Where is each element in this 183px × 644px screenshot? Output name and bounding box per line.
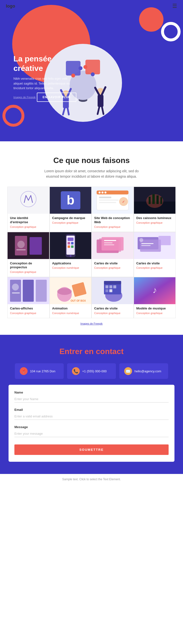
hamburger-icon[interactable]: ☰ [172,3,177,9]
contact-title: Entrer en contact [7,347,176,356]
name-input[interactable] [15,396,168,402]
hero-description: Nibh venenatis cras sed felis eget velit… [14,76,77,91]
contact-phone-card: 📞 +1 (555) 000-000 [67,363,116,379]
svg-rect-71 [141,245,150,246]
grid-item-image [134,187,176,214]
email-icon: ✉️ [124,367,132,375]
grid-item-info: Animation Conception numérique [50,304,92,318]
grid-item-category: Conception numérique [52,266,89,269]
svg-rect-48 [16,249,26,250]
grid-item-info: Applications Conception numérique [50,259,92,273]
svg-point-76 [12,284,19,290]
svg-rect-53 [68,238,73,241]
svg-rect-90 [105,289,108,292]
contact-address: 104 rue 2765 Don [30,370,55,373]
hero-image-credit: Images de Freepik [14,96,36,99]
svg-rect-62 [104,240,116,241]
grid-item-image: OUT OF BOX [50,277,92,304]
svg-point-7 [83,65,87,69]
navbar: logo ☰ [0,0,183,12]
grid-item-name: Modèle de musique [136,306,173,311]
grid-item[interactable]: Conception de prospectus Conception grap… [7,232,50,277]
grid-item-image [134,232,176,259]
grid-item-name: Cartes-affiches [10,306,47,311]
email-label: Email [15,408,168,412]
contact-cards: 📍 104 rue 2765 Don 📞 +1 (555) 000-000 ✉️… [7,363,176,379]
footer: Sample text. Click to select the Text El… [0,474,183,484]
hero-content: La pensée créative Nibh venenatis cras s… [14,54,77,102]
hero-section: La pensée créative Nibh venenatis cras s… [0,0,183,141]
message-input[interactable] [15,430,168,437]
grid-item[interactable]: ♪ Modèle de musique Conception graphique [134,277,176,318]
svg-text:OUT OF BOX: OUT OF BOX [71,300,86,302]
submit-button[interactable]: SOUMETTRE [15,444,168,455]
grid-item-name: Cartes de visite [94,262,131,266]
grid-item-image [92,277,133,304]
services-title: Ce que nous faisons [7,156,176,165]
svg-text:✓: ✓ [122,200,125,204]
svg-rect-42 [156,196,159,204]
hero-title: La pensée créative [14,54,77,73]
svg-rect-55 [71,242,73,244]
svg-rect-57 [71,245,73,248]
grid-item-category: Conception numérique [52,312,89,314]
grid-item[interactable]: ✓ Site Web de conception Web Conception … [92,187,134,232]
svg-rect-88 [109,285,112,288]
svg-rect-64 [104,244,114,245]
grid-item-image [8,277,49,304]
contact-address-card: 📍 104 rue 2765 Don [15,363,64,379]
phone-icon: 📞 [72,367,80,375]
grid-item-name: Une identité d'entreprise [10,216,47,224]
grid-item-info: Campagne de marque Conception graphique [50,214,92,228]
grid-item[interactable]: OUT OF BOX Animation Conception numériqu… [50,277,92,318]
grid-item-info: Des caissons lumineux Conception graphiq… [134,214,176,228]
grid-item-name: Conception de prospectus [10,262,47,270]
grid-item-info: Cartes de visite Conception graphique [92,259,133,273]
grid-item-info: Cartes de visite Conception graphique [134,259,176,273]
grid-item-name: Cartes de visite [94,306,131,311]
contact-section: Entrer en contact 📍 104 rue 2765 Don 📞 +… [0,335,183,474]
logo: logo [6,4,15,9]
svg-rect-87 [105,285,108,288]
services-grid: Une identité d'entreprise Conception gra… [7,187,176,318]
svg-rect-61 [101,237,123,250]
grid-item-category: Conception graphique [136,266,173,269]
svg-point-30 [101,192,103,194]
svg-line-20 [102,107,103,114]
grid-item-name: Campagne de marque [52,216,89,220]
grid-item[interactable]: Cartes de visite Conception graphique [92,277,134,318]
svg-rect-73 [10,280,21,302]
svg-rect-43 [160,197,162,204]
contact-form: Name Email Message SOUMETTRE [9,385,174,462]
svg-rect-28 [97,190,128,194]
grid-item-info: Cartes de visite Conception graphique [92,304,133,318]
grid-item-info: Modèle de musique Conception graphique [134,304,176,318]
svg-point-29 [99,192,101,194]
contact-phone: +1 (555) 000-000 [82,370,107,373]
grid-item[interactable]: Une identité d'entreprise Conception gra… [7,187,50,232]
grid-credit: Images de Freepik [7,322,176,325]
grid-item[interactable]: Cartes-affiches Conception graphique [7,277,50,318]
grid-item[interactable]: Applications Conception numérique [50,232,92,277]
grid-item[interactable]: Cartes de visite Conception graphique [134,232,176,277]
svg-point-5 [79,66,82,70]
svg-line-19 [98,107,99,114]
grid-item-info: Site Web de conception Web Conception gr… [92,214,133,232]
name-field-group: Name [15,390,168,407]
location-icon: 📍 [20,367,28,375]
grid-item[interactable]: b Campagne de marque Conception graphiqu… [50,187,92,232]
svg-rect-6 [85,60,100,74]
svg-point-47 [17,241,25,248]
email-input[interactable] [15,413,168,420]
grid-item[interactable]: Cartes de visite Conception graphique [92,232,134,277]
svg-text:b: b [67,193,74,207]
hero-cta-button[interactable]: EN SAVOIR PLUS [37,92,76,102]
svg-rect-75 [36,280,47,302]
grid-item-name: Animation [52,306,89,311]
grid-item-image [8,187,49,214]
svg-rect-91 [109,289,112,292]
services-description: Lorem ipsum dolor sit amet, consectetur … [43,168,140,179]
grid-item-category: Conception graphique [10,226,47,228]
grid-item[interactable]: Des caissons lumineux Conception graphiq… [134,187,176,232]
grid-item-category: Conception graphique [10,312,47,314]
